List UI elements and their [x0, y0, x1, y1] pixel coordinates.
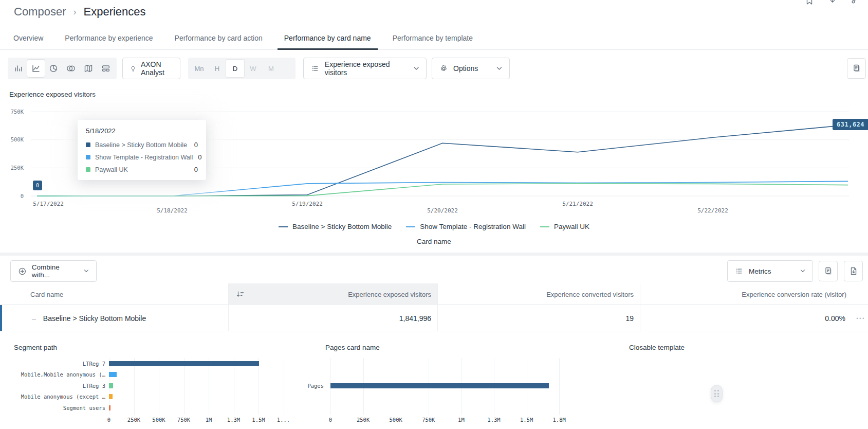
x-label-5-18-2022: 5/18/2022: [147, 207, 197, 214]
line-chart-icon[interactable]: [27, 60, 45, 77]
options-label: Options: [453, 64, 478, 73]
card-name-cell: –Baseline > Sticky Bottom Mobile: [0, 305, 228, 331]
breadcrumb-root[interactable]: Composer: [14, 5, 66, 19]
value-cell: 0.00%: [640, 305, 853, 331]
granularity-h[interactable]: H: [208, 60, 226, 77]
bar-chart-icon[interactable]: [10, 60, 27, 77]
download-icon[interactable]: [828, 0, 837, 6]
chart-x-axis-title: Card name: [0, 238, 868, 245]
column-header-label: Card name: [30, 291, 221, 298]
x-label-5-20-2022: 5/20/2022: [418, 207, 467, 214]
axis-tick-label: 500K: [390, 417, 402, 423]
granularity-w[interactable]: W: [244, 60, 262, 77]
grip-dots-icon: [714, 390, 719, 397]
metric-selector[interactable]: Experience exposed visitors: [303, 58, 427, 79]
download-table-button[interactable]: [844, 261, 863, 281]
tooltip-series-value: 0: [194, 166, 198, 173]
chart-type-group: [8, 58, 117, 79]
start-value-badge: 0: [33, 181, 42, 190]
mini-chart-title-segment-path: Segment path: [14, 344, 57, 351]
series-swatch: [86, 142, 90, 147]
series-swatch: [86, 155, 90, 159]
bar-segment-users: [109, 405, 110, 410]
column-header-label: Experience converted visitors: [445, 291, 634, 298]
tooltip-row: Baseline > Sticky Bottom Mobile0: [86, 141, 198, 149]
granularity-d[interactable]: D: [226, 60, 244, 77]
column-header-experience-converted-visitors[interactable]: Experience converted visitors: [437, 283, 640, 305]
pie-chart-icon[interactable]: [45, 60, 62, 77]
section-divider: [0, 253, 868, 256]
share-icon[interactable]: [851, 0, 860, 6]
tab-performance-by-template[interactable]: Performance by template: [382, 27, 484, 49]
combine-with-button[interactable]: Combine with...: [10, 260, 97, 282]
legend-item-baseline-sticky-bottom-mobile[interactable]: Baseline > Sticky Bottom Mobile: [279, 223, 392, 230]
table-header: Card nameExperience exposed visitorsExpe…: [0, 283, 868, 305]
options-button[interactable]: Options: [432, 58, 510, 79]
svg-text:750K: 750K: [11, 109, 24, 115]
axis-tick-label: 1.3M: [487, 417, 500, 423]
series-paywall-uk: [37, 184, 848, 196]
series-swatch: [86, 167, 90, 172]
bar-label-segment-users: Segment users: [5, 405, 105, 411]
axis-tick-label: 0: [107, 417, 110, 423]
granularity-m[interactable]: M: [262, 60, 280, 77]
bar-label-ltreg-7: LTReg 7: [5, 361, 105, 367]
list-icon: [311, 64, 319, 73]
granularity-mn[interactable]: Mn: [190, 60, 208, 77]
bar-pages: [330, 383, 549, 388]
tooltip-series-name: Paywall UK: [95, 166, 189, 173]
plus-circle-icon: [18, 267, 27, 276]
dashboard-icon[interactable]: [97, 60, 115, 77]
row-menu-button[interactable]: ⋯: [853, 305, 868, 331]
tab-bar: OverviewPerformance by experiencePerform…: [0, 27, 868, 50]
tab-performance-by-card-action[interactable]: Performance by card action: [164, 27, 273, 49]
legend-dash: [540, 226, 549, 227]
tooltip-series-value: 0: [198, 153, 201, 161]
metric-selector-label: Experience exposed visitors: [325, 60, 408, 77]
axon-analyst-button[interactable]: AXON Analyst: [122, 58, 180, 79]
collapse-dash-icon[interactable]: –: [32, 314, 36, 323]
svg-text:250K: 250K: [11, 165, 24, 171]
value-cell: 19: [437, 305, 640, 331]
list-icon: [735, 267, 743, 275]
value-cell: 1,841,996: [228, 305, 437, 331]
column-header-experience-exposed-visitors[interactable]: Experience exposed visitors: [228, 283, 437, 305]
venn-diagram-icon[interactable]: [62, 60, 80, 77]
chevron-down-icon: [414, 67, 419, 70]
report-button[interactable]: [847, 58, 866, 79]
gear-icon: [439, 64, 448, 73]
metrics-button[interactable]: Metrics: [727, 260, 813, 282]
breadcrumb-separator: ›: [73, 7, 76, 17]
map-icon[interactable]: [80, 60, 97, 77]
legend-label: Paywall UK: [554, 223, 589, 230]
axis-tick-label: 750K: [177, 417, 190, 423]
axis-tick-label: 500K: [152, 417, 165, 423]
tooltip-row: Paywall UK0: [86, 166, 198, 173]
bar-label-mobile-anonymous-except: Mobile anonymous (except …: [5, 394, 105, 400]
axis-tick-label: 1.5M: [252, 417, 265, 423]
table-row[interactable]: –Baseline > Sticky Bottom Mobile1,841,99…: [0, 305, 868, 331]
scroll-handle[interactable]: [711, 385, 723, 402]
bar-label-pages: Pages: [5, 383, 324, 389]
sort-descending-icon: [236, 290, 244, 298]
mini-chart-title-pages-card-name: Pages card name: [325, 344, 380, 351]
tab-performance-by-card-name[interactable]: Performance by card name: [273, 27, 382, 49]
column-header-experience-conversion-rate-visitor[interactable]: Experience conversion rate (visitor): [640, 283, 853, 305]
bar-mobile-anonymous-except: [109, 394, 113, 399]
copy-report-button[interactable]: [819, 261, 838, 281]
tab-overview[interactable]: Overview: [3, 27, 54, 49]
column-header-card-name[interactable]: Card name: [0, 283, 228, 305]
legend-item-show-template-registration-wall[interactable]: Show Template - Registration Wall: [406, 223, 526, 230]
column-header-label: Experience exposed visitors: [244, 291, 431, 298]
axis-tick-label: 1.3M: [227, 417, 240, 423]
tab-performance-by-experience[interactable]: Performance by experience: [54, 27, 163, 49]
metrics-label: Metrics: [749, 267, 771, 275]
tooltip-series-value: 0: [194, 141, 198, 149]
chevron-down-icon: [496, 67, 502, 70]
mini-chart-title-closable-template: Closable template: [629, 344, 685, 351]
bookmark-icon[interactable]: [805, 0, 814, 6]
tooltip-series-name: Baseline > Sticky Bottom Mobile: [95, 141, 189, 149]
end-value-badge: 631,624: [833, 119, 868, 130]
legend-item-paywall-uk[interactable]: Paywall UK: [540, 223, 589, 230]
report-icon: [852, 64, 861, 73]
